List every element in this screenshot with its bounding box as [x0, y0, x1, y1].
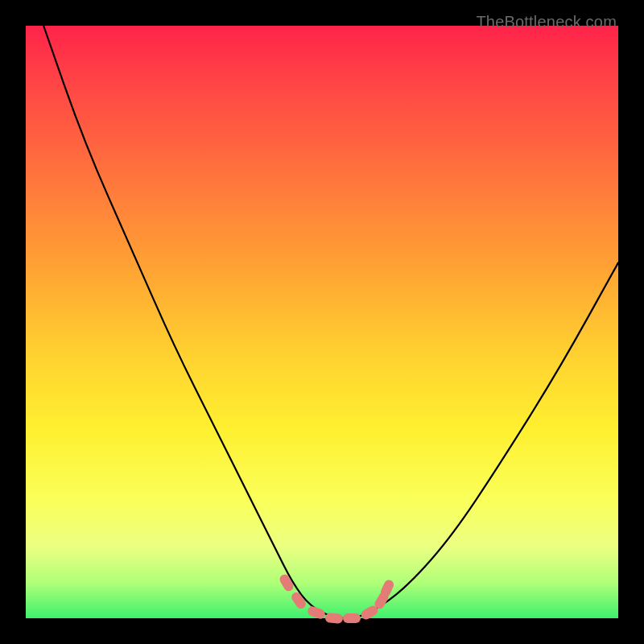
chart-background-gradient — [26, 26, 618, 618]
bottleneck-curve — [26, 26, 618, 618]
chart-frame: TheBottleneck.com — [13, 13, 631, 631]
valley-marker — [343, 613, 361, 623]
valley-marker — [324, 613, 343, 624]
watermark-text: TheBottleneck.com — [476, 13, 617, 31]
